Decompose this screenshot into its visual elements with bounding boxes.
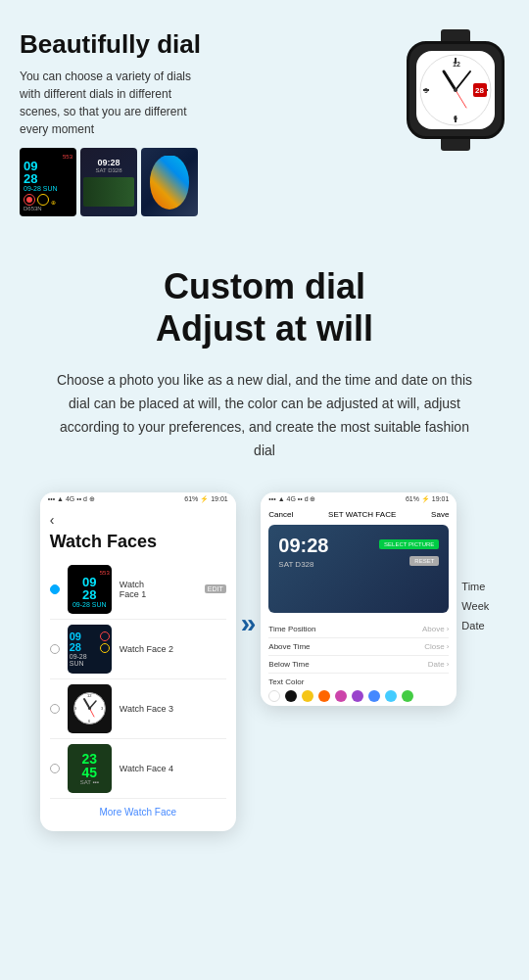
top-right: 12 3 6 9 28 [402, 29, 509, 147]
watch-device: 12 3 6 9 28 [402, 29, 509, 147]
watch-face-name-3: Watch Face 3 [120, 704, 226, 714]
right-labels: Time Week Date [461, 492, 489, 631]
bottom-section: ••• ▲ 4G •• d ⊕ 61% ⚡ 19:01 ‹ Watch Face… [0, 483, 529, 851]
watch-face-name-4: Watch Face 4 [120, 764, 226, 773]
color-dot-purple[interactable] [352, 690, 363, 702]
below-time-row[interactable]: Below Time Date › [268, 656, 449, 674]
back-arrow[interactable]: ‹ [50, 512, 226, 528]
chevron-right-icon-3: › [447, 660, 450, 669]
preview-container: 09:28 SAT D328 SELECT PICTURE RESET [268, 525, 449, 613]
date-label: Date [461, 620, 489, 631]
watch-face-item-3[interactable]: 12 3 6 9 Watch Face 3 [50, 679, 226, 739]
watch-face-name-2: Watch Face 2 [120, 644, 226, 654]
watch-outer: 12 3 6 9 28 [407, 41, 505, 139]
below-time-value: Date › [428, 660, 450, 669]
color-dot-green[interactable] [402, 690, 413, 702]
watch-face-item-4[interactable]: 23 45 SAT ▪▪▪ Watch Face 4 [50, 739, 226, 799]
watch-face-thumb-3: 12 3 6 9 [68, 684, 112, 733]
color-dot-blue[interactable] [368, 690, 380, 702]
svg-text:6: 6 [454, 115, 457, 121]
arrows-container: » [241, 492, 257, 637]
svg-point-12 [454, 88, 457, 92]
svg-text:12: 12 [87, 693, 92, 698]
watch-faces-title: Watch Faces [50, 532, 226, 552]
cancel-button[interactable]: Cancel [268, 510, 293, 519]
save-button[interactable]: Save [431, 510, 449, 519]
svg-text:28: 28 [475, 86, 484, 95]
right-phone-status-bar: ••• ▲ 4G •• d ⊕ 61% ⚡ 19:01 [261, 492, 457, 506]
double-arrow-icon: » [241, 610, 257, 637]
analog-clock-svg: 12 3 6 9 28 [419, 54, 492, 126]
watch-face-radio-3[interactable] [50, 704, 60, 714]
right-status-left: ••• ▲ 4G •• d ⊕ [268, 495, 315, 503]
text-color-label: Text Color [268, 677, 449, 686]
middle-section: Custom dial Adjust at will Choose a phot… [0, 236, 529, 483]
dial-image-2: 09:28 SAT D328 [80, 148, 137, 216]
beautifully-dial-description: You can choose a variety of dials with d… [20, 68, 196, 138]
color-dot-black[interactable] [285, 690, 297, 702]
watch-face-name-1: WatchFace 1 [120, 580, 197, 599]
color-dots [268, 690, 449, 702]
watch-strap-top [441, 29, 470, 41]
svg-text:9: 9 [424, 87, 428, 94]
preview-date: SAT D328 [278, 560, 313, 569]
set-watch-face-title: SET WATCH FACE [328, 510, 396, 519]
chevron-right-icon-2: › [447, 642, 450, 651]
left-status-right: 61% ⚡ 19:01 [184, 495, 227, 503]
color-dot-pink[interactable] [335, 690, 347, 702]
preview-time: 09:28 [278, 535, 328, 557]
dial-images: 553 09 28 09-28 SUN ⊕ D653N 09:28 SAT D3… [20, 148, 402, 216]
time-label: Time [461, 581, 489, 592]
text-color-section: Text Color [268, 677, 449, 702]
watch-face-item-1[interactable]: 553 09 28 09-28 SUN WatchFace 1 EDIT [50, 560, 226, 620]
custom-dial-heading: Custom dial Adjust at will [29, 265, 500, 350]
time-position-value: Above › [422, 625, 449, 633]
watch-face-radio-4[interactable] [50, 764, 60, 773]
svg-text:12: 12 [453, 61, 460, 68]
watch-strap-bottom [441, 139, 470, 151]
left-phone: ••• ▲ 4G •• d ⊕ 61% ⚡ 19:01 ‹ Watch Face… [40, 492, 236, 831]
above-time-label: Above Time [268, 642, 310, 651]
above-time-value: Close › [424, 642, 449, 651]
top-section: Beautifully dial You can choose a variet… [0, 0, 529, 236]
analog-thumb-svg: 12 3 6 9 [72, 691, 107, 725]
time-position-row[interactable]: Time Position Above › [268, 621, 449, 638]
left-phone-content: ‹ Watch Faces 553 09 28 09-28 SUN WatchF… [40, 506, 236, 831]
svg-point-19 [88, 707, 91, 710]
left-status-left: ••• ▲ 4G •• d ⊕ [48, 495, 95, 503]
color-dot-white[interactable] [268, 690, 280, 702]
above-time-row[interactable]: Above Time Close › [268, 638, 449, 656]
left-phone-status-bar: ••• ▲ 4G •• d ⊕ 61% ⚡ 19:01 [40, 492, 236, 506]
beautifully-dial-heading: Beautifully dial [20, 29, 402, 60]
dial-image-1: 553 09 28 09-28 SUN ⊕ D653N [20, 148, 76, 216]
reset-button[interactable]: RESET [409, 556, 439, 566]
time-position-label: Time Position [268, 625, 315, 633]
color-dot-orange[interactable] [318, 690, 330, 702]
set-watch-header: Cancel SET WATCH FACE Save [268, 510, 449, 519]
dial-image-3 [141, 148, 198, 216]
color-dot-cyan[interactable] [385, 690, 397, 702]
week-label: Week [461, 600, 489, 612]
watch-face-item-2[interactable]: 09 28 09-28 SUN Watch Face 2 [50, 620, 226, 679]
right-phone-content: Cancel SET WATCH FACE Save 09:28 SAT D32… [261, 506, 457, 706]
right-status-right: 61% ⚡ 19:01 [406, 495, 449, 503]
top-left: Beautifully dial You can choose a variet… [20, 29, 402, 216]
watch-face-radio-2[interactable] [50, 644, 60, 654]
custom-dial-description: Choose a photo you like as a new dial, a… [49, 369, 480, 462]
chevron-right-icon: › [447, 625, 450, 633]
watch-face-clock: 12 3 6 9 28 [416, 51, 495, 129]
more-watch-face[interactable]: More Watch Face [50, 799, 226, 825]
select-picture-button[interactable]: SELECT PICTURE [379, 539, 439, 549]
right-phone: ••• ▲ 4G •• d ⊕ 61% ⚡ 19:01 Cancel SET W… [261, 492, 457, 706]
below-time-label: Below Time [268, 660, 309, 669]
watch-face-thumb-2: 09 28 09-28 SUN [68, 625, 112, 674]
watch-face-thumb-1: 553 09 28 09-28 SUN [68, 565, 112, 614]
color-dot-yellow[interactable] [302, 690, 313, 702]
watch-face-radio-1[interactable] [50, 584, 60, 594]
watch-face-edit-badge[interactable]: EDIT [205, 584, 226, 593]
watch-face-thumb-4: 23 45 SAT ▪▪▪ [68, 744, 112, 793]
